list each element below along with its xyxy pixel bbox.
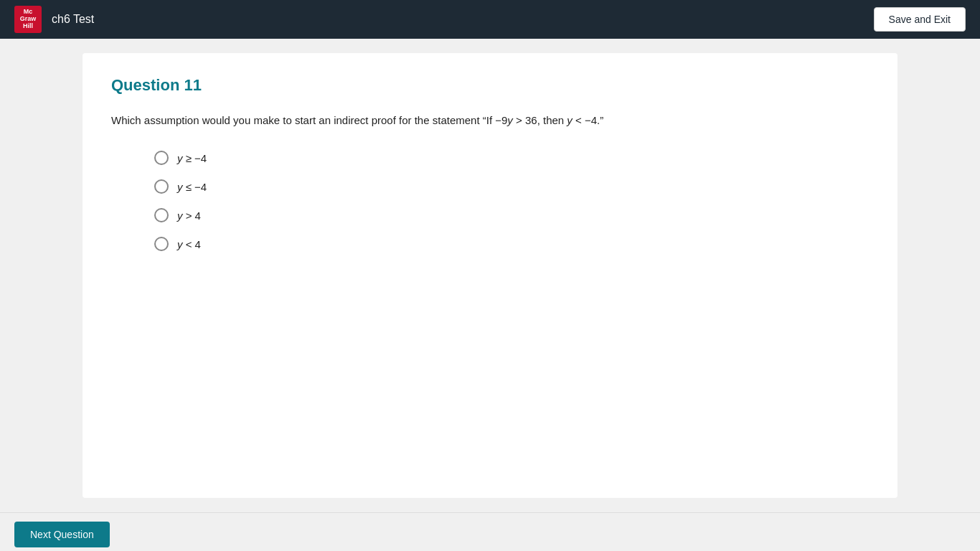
choice-c-label: y > 4 xyxy=(177,209,201,222)
choice-c[interactable]: y > 4 xyxy=(154,208,869,222)
answer-choices: y ≥ −4 y ≤ −4 y > 4 y < 4 xyxy=(154,151,869,251)
choice-a-label: y ≥ −4 xyxy=(177,152,207,164)
choice-d-label: y < 4 xyxy=(177,238,201,250)
question-title: Question 11 xyxy=(111,76,869,95)
content-area: Question 11 Which assumption would you m… xyxy=(83,53,897,498)
choice-b[interactable]: y ≤ −4 xyxy=(154,179,869,194)
radio-b[interactable] xyxy=(154,179,169,194)
radio-d[interactable] xyxy=(154,237,169,251)
next-question-button[interactable]: Next Question xyxy=(14,522,110,547)
main-wrapper: Question 11 Which assumption would you m… xyxy=(0,39,980,512)
radio-a[interactable] xyxy=(154,151,169,165)
question-text: Which assumption would you make to start… xyxy=(111,112,869,129)
radio-c[interactable] xyxy=(154,208,169,222)
choice-b-label: y ≤ −4 xyxy=(177,181,207,193)
mcgraw-hill-logo: McGrawHill xyxy=(14,6,42,33)
choice-d[interactable]: y < 4 xyxy=(154,237,869,251)
bottom-toolbar: Next Question xyxy=(0,512,980,551)
app-title: ch6 Test xyxy=(52,13,94,26)
choice-a[interactable]: y ≥ −4 xyxy=(154,151,869,165)
sidebar-right xyxy=(897,53,980,498)
app-header: McGrawHill ch6 Test Save and Exit xyxy=(0,0,980,39)
sidebar-left xyxy=(0,53,83,498)
header-left: McGrawHill ch6 Test xyxy=(14,6,94,33)
save-exit-button[interactable]: Save and Exit xyxy=(874,7,966,32)
